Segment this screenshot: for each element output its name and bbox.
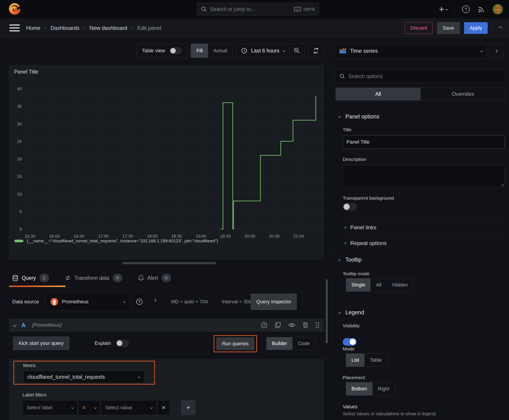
bell-icon: [138, 275, 144, 281]
legend-series-label[interactable]: {__name__="cloudflared_tunnel_total_requ…: [27, 239, 218, 243]
global-search[interactable]: ctrl+k: [197, 3, 319, 16]
datasource-picker[interactable]: Prometheus: [46, 293, 129, 311]
fill-option[interactable]: Fill: [191, 44, 208, 58]
query-a-header[interactable]: A (Prometheus) ?: [9, 319, 324, 332]
remove-filter-button[interactable]: ×: [157, 400, 170, 415]
kick-start-query-button[interactable]: Kick start your query: [13, 337, 69, 350]
metric-select[interactable]: cloudflared_tunnel_total_requests: [23, 371, 144, 383]
legend-visibility-label: Visibility: [343, 323, 359, 329]
select-value-dropdown[interactable]: Select value: [101, 400, 157, 415]
refresh-button[interactable]: [308, 44, 324, 58]
legend-list-option[interactable]: List: [346, 354, 365, 367]
tooltip-single-option[interactable]: Single: [346, 278, 371, 292]
query-interval: Interval = 30s: [222, 293, 251, 311]
menu-toggle-icon[interactable]: [9, 23, 20, 33]
label-filters-row: Select label = Select value × +: [23, 400, 196, 415]
search-icon: [201, 6, 207, 12]
code-option[interactable]: Code: [292, 337, 315, 350]
legend-placement-switch: Bottom Right: [346, 382, 395, 396]
avatar[interactable]: [492, 4, 503, 15]
grafana-logo-icon[interactable]: [8, 3, 20, 15]
search-input[interactable]: [210, 6, 291, 12]
drag-handle-icon[interactable]: [315, 322, 319, 328]
table-view-toggle[interactable]: [169, 47, 182, 54]
news-rss-icon[interactable]: [477, 5, 486, 14]
placement-right-option[interactable]: Right: [372, 382, 395, 395]
svg-text:35: 35: [17, 104, 22, 109]
discard-button[interactable]: Discard: [405, 22, 433, 34]
description-textarea[interactable]: [343, 165, 505, 187]
visualization-picker[interactable]: Time series: [335, 44, 487, 58]
transparent-background-toggle[interactable]: [343, 203, 357, 211]
scrollbar-thumb[interactable]: [326, 279, 328, 343]
tooltip-hidden-option[interactable]: Hidden: [387, 278, 413, 292]
toggle-viz-picker-button[interactable]: [489, 44, 503, 58]
collapse-query-icon[interactable]: [13, 323, 17, 327]
datasource-help-button[interactable]: ?: [133, 293, 146, 311]
time-series-chart[interactable]: 051015202530354015:3016:0016:3017:0017:3…: [9, 65, 324, 260]
main-area: Table view Fill Actual Last 6 hours: [0, 38, 331, 420]
svg-text:16:00: 16:00: [49, 234, 60, 239]
explain-toggle[interactable]: [116, 340, 129, 347]
zoom-out-button[interactable]: [289, 47, 304, 54]
actions-divider: [492, 23, 492, 33]
table-view-control: Table view: [137, 44, 187, 58]
query-inspector-button[interactable]: Query inspector: [251, 294, 297, 310]
tooltip-header[interactable]: Tooltip: [339, 256, 362, 263]
resize-splitter-handle[interactable]: [122, 262, 216, 264]
expand-options-icon[interactable]: [153, 299, 157, 302]
query-help-icon[interactable]: ?: [261, 322, 268, 329]
tab-query[interactable]: Query 1: [12, 274, 49, 282]
breadcrumb-separator: ›: [84, 24, 85, 31]
panel-toolbar: Table view Fill Actual Last 6 hours: [137, 44, 324, 58]
fill-actual-switch: Fill Actual: [191, 44, 233, 58]
hide-response-eye-icon[interactable]: [288, 322, 296, 328]
delete-query-icon[interactable]: [302, 322, 309, 329]
help-icon[interactable]: ?: [461, 5, 471, 14]
legend-visibility-toggle[interactable]: [343, 338, 357, 346]
breadcrumb-dashboards[interactable]: Dashboards: [51, 25, 79, 31]
metric-label: Metric: [23, 363, 154, 368]
legend-table-option[interactable]: Table: [365, 354, 387, 367]
collapse-header-icon[interactable]: [499, 26, 502, 30]
topbar-divider: [455, 4, 455, 14]
chevron-down-icon: [150, 406, 153, 409]
chevron-down-icon: [94, 406, 97, 409]
tooltip-all-option[interactable]: All: [371, 278, 387, 292]
options-search[interactable]: [335, 69, 506, 83]
builder-option[interactable]: Builder: [266, 337, 292, 350]
legend-header[interactable]: Legend: [339, 309, 364, 316]
save-button[interactable]: Save: [437, 22, 460, 34]
options-search-input[interactable]: [348, 73, 502, 79]
add-menu-button[interactable]: +: [439, 6, 448, 13]
select-label-dropdown[interactable]: Select label: [23, 400, 78, 415]
placement-bottom-option[interactable]: Bottom: [346, 382, 372, 395]
apply-button[interactable]: Apply: [464, 22, 488, 34]
tab-all[interactable]: All: [336, 88, 421, 100]
svg-text:0: 0: [19, 227, 22, 232]
duplicate-query-icon[interactable]: [274, 322, 281, 329]
legend-series-swatch[interactable]: [14, 240, 23, 242]
database-icon: [12, 275, 18, 281]
tab-overrides[interactable]: Overrides: [421, 88, 505, 100]
resize-handle-icon[interactable]: [500, 183, 504, 187]
svg-text:18:30: 18:30: [171, 234, 182, 239]
add-filter-button[interactable]: +: [181, 400, 195, 415]
panel-options-header[interactable]: Panel options: [339, 113, 380, 120]
time-controls: Last 6 hours: [236, 44, 304, 58]
time-range-picker[interactable]: Last 6 hours: [236, 48, 289, 54]
breadcrumb: Home › Dashboards › New dashboard › Edit…: [26, 24, 161, 31]
actual-option[interactable]: Actual: [208, 44, 233, 58]
breadcrumb-new-dashboard[interactable]: New dashboard: [90, 25, 127, 31]
breadcrumb-home[interactable]: Home: [26, 25, 40, 31]
tab-transform-data[interactable]: Transform data 0: [65, 274, 122, 282]
search-shortcut: ctrl+k: [294, 7, 315, 12]
operator-dropdown[interactable]: =: [78, 400, 100, 415]
panel-title-input[interactable]: [343, 135, 505, 149]
tab-alert[interactable]: Alert 0: [138, 274, 171, 282]
run-queries-button[interactable]: Run queries: [216, 338, 254, 350]
repeat-options-section[interactable]: Repeat options: [344, 240, 387, 246]
panel-links-section[interactable]: Panel links: [344, 224, 376, 231]
svg-text:21:00: 21:00: [293, 234, 304, 239]
svg-text:19:30: 19:30: [220, 234, 231, 239]
